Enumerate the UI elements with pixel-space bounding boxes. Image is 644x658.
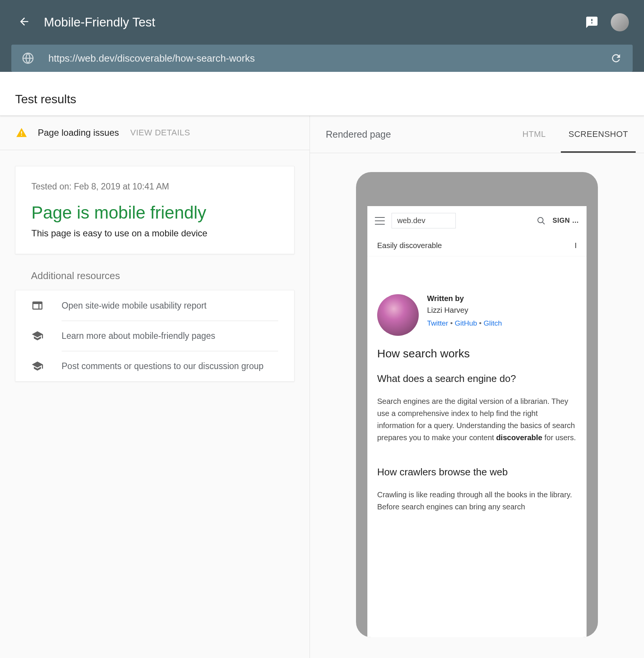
preview-topbar: web.dev SIGN …: [367, 206, 587, 235]
globe-icon: [22, 52, 34, 64]
refresh-button[interactable]: [610, 52, 622, 64]
refresh-icon: [610, 52, 622, 64]
content-area: Page loading issues VIEW DETAILS Tested …: [0, 116, 644, 658]
resource-link-discussion[interactable]: Post comments or questions to our discus…: [15, 351, 294, 381]
tab-html[interactable]: HTML: [522, 116, 546, 153]
preview-h2-b: How crawlers browse the web: [377, 466, 577, 478]
app-title: Mobile-Friendly Test: [44, 15, 585, 29]
link-twitter: Twitter: [427, 319, 448, 327]
url-input[interactable]: https://web.dev/discoverable/how-search-…: [48, 53, 610, 64]
header-actions: [585, 13, 629, 31]
user-avatar[interactable]: [611, 13, 629, 31]
resource-label: Open site-wide mobile usability report: [62, 301, 207, 311]
resource-link-usability-report[interactable]: Open site-wide mobile usability report: [15, 290, 294, 321]
breadcrumb-right: I: [574, 241, 577, 250]
preview-h2-a: What does a search engine do?: [377, 373, 577, 385]
app-header: Mobile-Friendly Test https://web.dev/dis…: [0, 0, 644, 72]
phone-frame: web.dev SIGN … Easily discoverable I: [356, 172, 598, 637]
back-button[interactable]: [15, 12, 33, 32]
preview-sign-in: SIGN …: [553, 217, 579, 225]
header-top-bar: Mobile-Friendly Test: [0, 0, 644, 45]
author-avatar: [377, 294, 419, 336]
resource-link-learn-more[interactable]: Learn more about mobile-friendly pages: [15, 321, 294, 351]
preview-h1: How search works: [377, 347, 577, 360]
resources-heading: Additional resources: [31, 270, 294, 282]
link-glitch: Glitch: [484, 319, 502, 327]
tab-screenshot[interactable]: SCREENSHOT: [568, 116, 628, 153]
preview-paragraph-2: Crawling is like reading through all the…: [377, 489, 577, 513]
phone-screen: web.dev SIGN … Easily discoverable I: [367, 206, 587, 637]
results-header: Test results: [0, 83, 644, 116]
verdict-heading: Page is mobile friendly: [31, 202, 278, 223]
author-name: Lizzi Harvey: [427, 306, 502, 315]
warning-icon: [16, 127, 27, 138]
preview-site-box: web.dev: [392, 213, 456, 228]
tabs-row: Rendered page HTML SCREENSHOT: [310, 116, 644, 153]
author-row: Written by Lizzi Harvey Twitter • GitHub…: [377, 294, 577, 336]
url-bar: https://web.dev/discoverable/how-search-…: [11, 45, 633, 72]
verdict-subtitle: This page is easy to use on a mobile dev…: [31, 228, 278, 239]
resource-label: Learn more about mobile-friendly pages: [62, 331, 215, 341]
written-by-label: Written by: [427, 294, 502, 303]
web-icon: [31, 300, 43, 312]
phone-preview-wrap: web.dev SIGN … Easily discoverable I: [310, 153, 644, 658]
resource-label: Post comments or questions to our discus…: [62, 361, 263, 371]
author-links: Twitter • GitHub • Glitch: [427, 319, 502, 327]
left-panel: Page loading issues VIEW DETAILS Tested …: [0, 116, 310, 658]
svg-point-1: [538, 217, 543, 223]
link-github: GitHub: [455, 319, 477, 327]
rendered-page-label: Rendered page: [326, 129, 500, 140]
hamburger-icon: [375, 217, 385, 225]
results-title: Test results: [15, 92, 629, 106]
tested-on-label: Tested on: Feb 8, 2019 at 10:41 AM: [31, 182, 278, 192]
view-details-button[interactable]: VIEW DETAILS: [130, 128, 190, 138]
breadcrumb-left: Easily discoverable: [377, 241, 442, 250]
school-icon: [31, 360, 43, 372]
school-icon: [31, 330, 43, 342]
resources-card: Open site-wide mobile usability report L…: [15, 290, 294, 382]
search-icon: [537, 216, 546, 225]
issues-row: Page loading issues VIEW DETAILS: [0, 116, 310, 150]
issues-label: Page loading issues: [38, 127, 119, 138]
preview-body: Written by Lizzi Harvey Twitter • GitHub…: [367, 256, 587, 513]
right-panel: Rendered page HTML SCREENSHOT web.dev SI…: [310, 116, 644, 658]
feedback-icon: [585, 16, 599, 29]
feedback-button[interactable]: [585, 16, 599, 29]
preview-breadcrumb: Easily discoverable I: [367, 235, 587, 256]
verdict-card: Tested on: Feb 8, 2019 at 10:41 AM Page …: [15, 166, 294, 254]
arrow-left-icon: [18, 16, 30, 28]
preview-paragraph-1: Search engines are the digital version o…: [377, 395, 577, 444]
